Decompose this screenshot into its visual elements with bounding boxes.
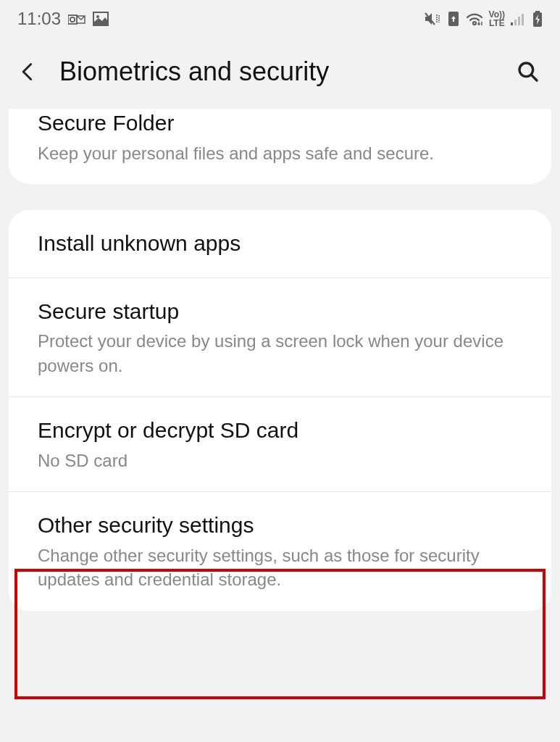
battery-charging-icon — [532, 11, 543, 27]
svg-rect-12 — [535, 11, 540, 12]
svg-point-3 — [96, 15, 99, 18]
item-title: Other security settings — [38, 511, 522, 541]
svg-rect-0 — [68, 15, 77, 24]
volte-icon: Vo)) LTE — [489, 10, 505, 28]
data-saver-icon — [447, 11, 460, 27]
back-button[interactable] — [13, 57, 42, 86]
chevron-left-icon — [17, 62, 38, 82]
item-title: Secure Folder — [38, 109, 522, 138]
svg-rect-9 — [514, 20, 517, 25]
mute-vibrate-icon — [424, 12, 441, 26]
image-icon — [93, 12, 109, 26]
signal-icon — [511, 12, 527, 26]
wifi-icon — [466, 12, 483, 26]
svg-rect-8 — [511, 22, 513, 25]
status-left: 11:03 — [17, 9, 109, 29]
setting-secure-folder[interactable]: Secure Folder Keep your personal files a… — [9, 109, 551, 184]
setting-other-security-settings[interactable]: Other security settings Change other sec… — [9, 491, 551, 611]
status-time: 11:03 — [17, 9, 61, 29]
svg-rect-11 — [522, 14, 524, 25]
item-subtitle: Protect your device by using a screen lo… — [38, 329, 522, 378]
svg-point-1 — [70, 17, 75, 22]
status-bar: 11:03 Vo)) LTE — [0, 0, 560, 35]
status-right: Vo)) LTE — [424, 10, 543, 28]
page-header: Biometrics and security — [0, 35, 560, 109]
setting-install-unknown-apps[interactable]: Install unknown apps — [9, 210, 551, 278]
svg-rect-10 — [518, 17, 520, 25]
item-title: Secure startup — [38, 297, 522, 327]
settings-card-1: Secure Folder Keep your personal files a… — [9, 109, 551, 184]
item-subtitle: No SD card — [38, 449, 522, 473]
setting-encrypt-sd-card[interactable]: Encrypt or decrypt SD card No SD card — [9, 396, 551, 491]
search-button[interactable] — [514, 57, 543, 86]
search-icon — [517, 60, 540, 83]
outlook-icon — [68, 12, 85, 25]
item-subtitle: Keep your personal files and apps safe a… — [38, 141, 522, 166]
item-title: Encrypt or decrypt SD card — [38, 416, 522, 446]
setting-secure-startup[interactable]: Secure startup Protect your device by us… — [9, 278, 551, 397]
svg-line-15 — [532, 75, 537, 80]
settings-card-2: Install unknown apps Secure startup Prot… — [9, 210, 551, 611]
page-title: Biometrics and security — [59, 57, 496, 87]
item-title: Install unknown apps — [38, 229, 522, 259]
item-subtitle: Change other security settings, such as … — [38, 543, 522, 592]
